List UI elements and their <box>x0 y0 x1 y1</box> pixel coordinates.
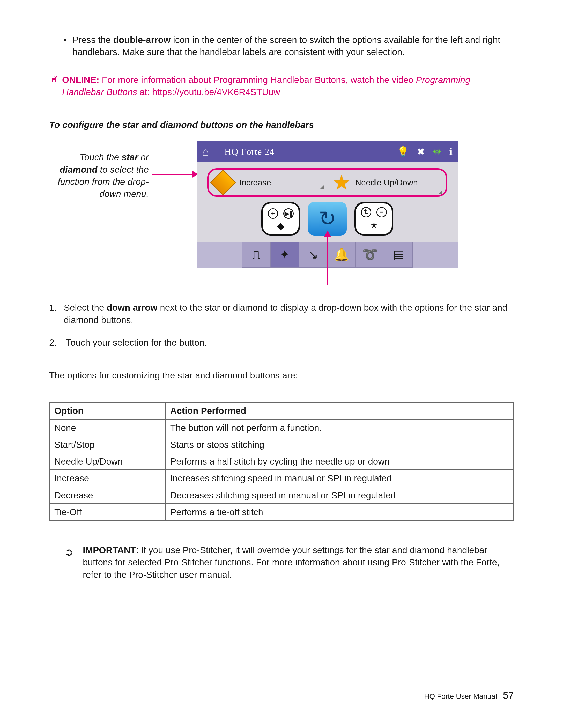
text: Press the <box>72 35 113 45</box>
top-bar: ⌂ HQ Forte 24 💡 ✖ ❁ ℹ <box>197 141 458 162</box>
updown-icon: ⇅ <box>361 207 371 217</box>
diamond-button[interactable]: Increase <box>209 173 327 192</box>
star-button[interactable]: ★ Needle Up/Down <box>327 169 446 196</box>
star-icon: ★ <box>333 169 351 196</box>
bold: double-arrow <box>113 35 171 45</box>
options-intro: The options for customizing the star and… <box>49 369 514 381</box>
table-header: Option Action Performed <box>49 402 514 419</box>
online-url: https://youtu.be/4VK6R4STUuw <box>152 87 280 97</box>
minus-icon: − <box>377 207 387 217</box>
info-icon[interactable]: ℹ <box>449 145 453 158</box>
tab-buttons[interactable]: ✦ <box>270 242 299 268</box>
important-text: : If you use Pro-Stitcher, it will overr… <box>83 545 500 580</box>
arrow-up-icon <box>326 231 330 285</box>
section-heading: To configure the star and diamond button… <box>49 119 514 131</box>
table-row: DecreaseDecreases stitching speed in man… <box>49 487 514 504</box>
diamond-icon <box>210 170 236 195</box>
tab-presser[interactable]: ⎍ <box>242 242 270 268</box>
mouse-icon: 🖱 <box>50 74 58 86</box>
list-item: 2. Touch your selection for the button. <box>49 336 514 348</box>
diamond-small-icon <box>277 223 285 230</box>
options-table: Option Action Performed NoneThe button w… <box>49 402 514 521</box>
star-small-icon: ★ <box>371 220 378 231</box>
dropdown-icon <box>320 185 324 189</box>
table-row: Needle Up/DownPerforms a half stitch by … <box>49 453 514 470</box>
list-item: 1. Select the down arrow next to the sta… <box>49 301 514 326</box>
table-row: Tie-OffPerforms a tie-off stitch <box>49 504 514 520</box>
arrow-right-icon <box>152 172 198 176</box>
dropdown-icon <box>438 190 442 194</box>
home-icon[interactable]: ⌂ <box>202 144 209 160</box>
footer: HQ Forte User Manual | 57 <box>424 689 514 702</box>
manual-title: HQ Forte User Manual <box>424 692 497 700</box>
text: at: <box>137 87 152 97</box>
text: For more information about Programming H… <box>99 75 416 85</box>
plus-icon: + <box>268 208 278 219</box>
star-label: Needle Up/Down <box>355 177 418 188</box>
selection-box: Increase ★ Needle Up/Down <box>207 168 447 197</box>
right-handlebar-display: ⇅ − ★ <box>355 202 393 236</box>
bullet-paragraph: Press the double-arrow icon in the cente… <box>49 34 514 58</box>
tab-tieoff[interactable]: ➰ <box>356 242 384 268</box>
play-icon: ▶∥ <box>283 208 294 219</box>
tab-stitch[interactable]: ▤ <box>384 242 413 268</box>
item-number: 2. <box>49 336 66 348</box>
table-row: IncreaseIncreases stitching speed in man… <box>49 470 514 487</box>
left-handlebar-display: + ▶∥ <box>261 202 300 236</box>
online-note: 🖱 ONLINE: For more information about Pro… <box>49 74 514 98</box>
important-label: IMPORTANT <box>83 545 136 555</box>
online-label: ONLINE: <box>62 75 99 85</box>
th-option: Option <box>49 402 165 419</box>
bulb-icon[interactable]: 💡 <box>397 145 409 158</box>
callout-text: Touch the star or diamond to select the … <box>49 151 149 200</box>
table-row: NoneThe button will not perform a functi… <box>49 419 514 436</box>
diamond-label: Increase <box>239 177 271 188</box>
device-title: HQ Forte 24 <box>224 146 274 158</box>
item-number: 1. <box>49 301 64 326</box>
gear-icon[interactable]: ❁ <box>433 145 441 158</box>
table-row: Start/StopStarts or stops stitching <box>49 436 514 453</box>
important-note: ➲ IMPORTANT: If you use Pro-Stitcher, it… <box>49 544 514 581</box>
tab-alarm[interactable]: 🔔 <box>327 242 356 268</box>
tools-icon[interactable]: ✖ <box>417 145 425 158</box>
page-number: 57 <box>503 690 514 701</box>
tab-laser[interactable]: ↘ <box>299 242 327 268</box>
th-action: Action Performed <box>165 402 514 419</box>
numbered-list: 1. Select the down arrow next to the sta… <box>49 301 514 348</box>
screenshot-area: Touch the star or diamond to select the … <box>49 141 514 286</box>
important-icon: ➲ <box>65 545 73 559</box>
